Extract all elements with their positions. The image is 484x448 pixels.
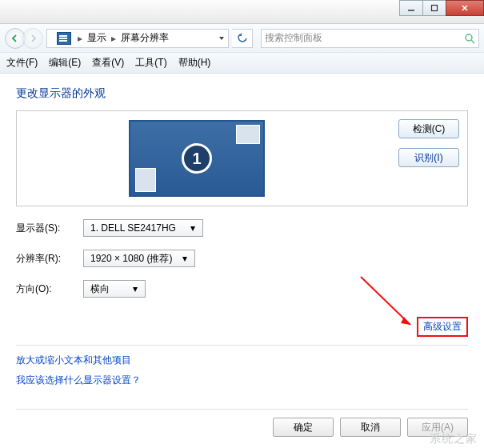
content-area: 更改显示器的外观 1 检测(C) 识别(I) 显示器(S): 1. DELL S… <box>0 74 484 387</box>
preview-window-icon <box>236 125 260 144</box>
resolution-label: 分辨率(R): <box>16 252 83 266</box>
monitor-thumbnail[interactable]: 1 <box>129 120 265 197</box>
window-titlebar <box>0 0 484 24</box>
chevron-down-icon: ▾ <box>186 222 199 234</box>
display-preview-box: 1 检测(C) 识别(I) <box>16 110 468 206</box>
identify-button[interactable]: 识别(I) <box>398 148 459 167</box>
maximize-button[interactable] <box>422 0 446 16</box>
separator <box>16 409 468 410</box>
orientation-select[interactable]: 横向 ▾ <box>83 280 146 298</box>
text-size-link[interactable]: 放大或缩小文本和其他项目 <box>16 354 468 367</box>
monitor-number-badge: 1 <box>182 143 212 174</box>
display-value: 1. DELL SE2417HG <box>90 222 176 234</box>
svg-point-4 <box>466 34 472 41</box>
orientation-value: 横向 <box>90 282 110 296</box>
search-icon <box>464 33 475 44</box>
breadcrumb[interactable]: ▸ 显示 ▸ 屏幕分辨率 <box>46 29 229 48</box>
close-button[interactable] <box>446 0 484 16</box>
chevron-down-icon: ▾ <box>178 253 191 264</box>
svg-marker-7 <box>401 317 410 325</box>
preview-window-icon <box>135 168 156 192</box>
menu-view[interactable]: 查看(V) <box>92 56 124 70</box>
orientation-label: 方向(O): <box>16 282 83 296</box>
chevron-right-icon: ▸ <box>110 33 118 44</box>
menu-edit[interactable]: 编辑(E) <box>49 56 81 70</box>
navigation-bar: ▸ 显示 ▸ 屏幕分辨率 搜索控制面板 <box>0 24 484 53</box>
display-label: 显示器(S): <box>16 222 83 235</box>
separator <box>16 345 468 346</box>
page-title: 更改显示器的外观 <box>16 86 468 101</box>
display-select[interactable]: 1. DELL SE2417HG ▾ <box>83 219 203 237</box>
breadcrumb-dropdown[interactable] <box>218 35 225 42</box>
resolution-value: 1920 × 1080 (推荐) <box>90 252 172 266</box>
breadcrumb-display[interactable]: 显示 <box>84 31 110 45</box>
refresh-button[interactable] <box>232 29 253 48</box>
help-link[interactable]: 我应该选择什么显示器设置？ <box>16 374 468 387</box>
menu-file[interactable]: 文件(F) <box>6 56 38 70</box>
breadcrumb-resolution[interactable]: 屏幕分辨率 <box>118 31 172 45</box>
detect-button[interactable]: 检测(C) <box>398 119 459 138</box>
forward-button[interactable] <box>22 28 43 49</box>
cancel-button[interactable]: 取消 <box>340 418 401 437</box>
menu-help[interactable]: 帮助(H) <box>178 56 211 70</box>
advanced-settings-link[interactable]: 高级设置 <box>417 317 468 337</box>
search-input[interactable]: 搜索控制面板 <box>261 29 479 48</box>
svg-rect-1 <box>432 6 438 11</box>
resolution-select[interactable]: 1920 × 1080 (推荐) ▾ <box>83 250 195 267</box>
search-placeholder: 搜索控制面板 <box>265 31 322 45</box>
menu-bar: 文件(F) 编辑(E) 查看(V) 工具(T) 帮助(H) <box>0 53 484 74</box>
svg-line-5 <box>471 40 474 43</box>
chevron-down-icon: ▾ <box>129 283 142 294</box>
display-icon <box>57 32 71 45</box>
watermark: 系统之家 <box>430 432 478 446</box>
ok-button[interactable]: 确定 <box>273 418 334 437</box>
chevron-right-icon: ▸ <box>76 33 84 44</box>
minimize-button[interactable] <box>399 0 423 16</box>
menu-tools[interactable]: 工具(T) <box>135 56 166 70</box>
